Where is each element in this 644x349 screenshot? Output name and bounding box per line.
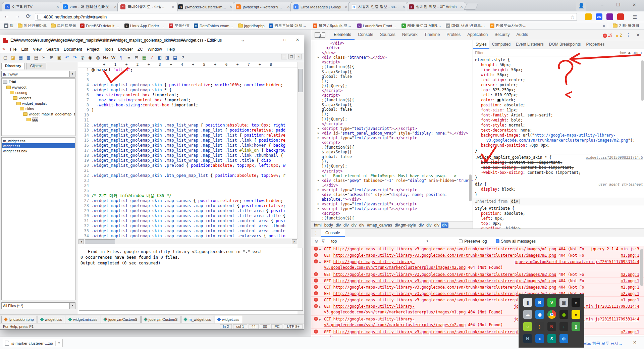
breadcrumb-item[interactable]: div [342,222,350,228]
scroll-right-arrow[interactable]: ► [292,239,297,244]
url-text[interactable]: 4880.net/index.php?mid=travelin [44,14,570,19]
request-url-link[interactable]: http://google-maps-utility-library-v3.go… [333,279,556,283]
save-icon[interactable]: ▦ [17,54,24,61]
expand-arrow-icon[interactable]: ▶ [318,188,319,192]
browser-tab-3[interactable]: *국내여행지도 - 수성이야✕ [117,2,178,11]
dom-line[interactable]: global: false [311,74,473,79]
style-property[interactable]: left: 810.997px; [475,93,643,98]
file-item[interactable]: m_widget.css [2,138,75,143]
browser-tab-4[interactable]: Gjs-marker-clusterer/image✕ [175,2,235,11]
style-property[interactable]: position: absolute; [475,211,643,216]
style-property[interactable]: color: black; [475,98,643,103]
console-error-row-4[interactable]: ✕GET http://google-maps-utility-library-… [311,271,644,278]
style-property[interactable]: left: 0px; [475,216,643,221]
console-error-row-3[interactable]: ✕▶GET http://google-maps-utility-library… [311,258,644,271]
print-icon[interactable]: ▤ [33,54,40,61]
style-property[interactable]: font-weight: bold; [475,118,643,123]
dom-line[interactable]: }); [311,79,473,84]
browser-tab-6[interactable]: EError Messages | Googl✕ [290,2,351,11]
split-vertical-icon[interactable]: ◨ [164,54,171,61]
source-location-link[interactable]: m2.png:1 [621,291,639,297]
tab-close-icon[interactable]: ✕ [228,5,233,9]
preserve-log-checkbox[interactable]: Preserve log [459,239,487,244]
bookmark-item-5[interactable]: LLinux App Finder | H [122,23,167,28]
dom-line[interactable]: global: false [311,154,473,159]
open-file-icon[interactable]: ◪ [9,54,17,61]
dom-line[interactable]: ▶<script type="text/javascript">…</scrip… [311,202,473,206]
style-property[interactable]: line-height: 56px; [475,67,643,72]
blue-messenger-icon[interactable]: ● [535,334,544,343]
tree-item-widgetmaplistgoolemapskin[interactable]: widget_maplist_goolemap_skin [2,111,75,117]
sidebar-tab-computed[interactable]: Computed [489,40,513,49]
menu-document[interactable]: Document [61,47,85,52]
copy-icon[interactable]: ⊞ [48,54,55,61]
tab-close-icon[interactable]: ✕ [171,5,175,9]
dom-line[interactable]: })(jQuery); [311,84,473,88]
bookmark-item-2[interactable]: 이선민북마크 [16,23,49,28]
style-property[interactable]: text-decoration: none; [475,128,643,133]
paste-icon[interactable]: ▣ [56,54,63,61]
style-property[interactable]: width: 56px; [475,72,643,78]
other-bookmarks-folder[interactable]: 기타 북마크 [611,23,641,28]
dom-line[interactable]: </script> [311,121,473,126]
dom-line[interactable]: <script> [311,140,473,145]
clipboard-icon[interactable]: ▣ [559,298,568,307]
spell-check-icon[interactable]: ✓ [148,54,156,61]
dom-line[interactable]: ▶<script type="text/javascript">…</scrip… [311,206,473,211]
dom-line[interactable]: }); [311,159,473,164]
undo-icon[interactable]: ↶ [63,54,71,61]
dom-line[interactable]: ;(function($){ [311,98,473,102]
expand-arrow-icon[interactable]: ▶ [318,202,319,206]
dom-line[interactable]: ▶<script type="text/javascript">…</scrip… [311,188,473,192]
elements-dom-tree[interactable]: </div></div></div>▶<div class="btnArea">… [311,40,473,221]
extension-red-icon[interactable] [617,13,624,20]
tree-item-susung[interactable]: susung [2,90,75,95]
bookmark-item-8[interactable]: jqgridforphp [236,24,267,28]
warning-count-badge[interactable]: ▲2 [615,32,622,38]
breadcrumb-item[interactable]: #map_canvas [366,222,393,228]
style-property[interactable]: background-image: url("http://google-map… [475,133,643,138]
new-tab-button[interactable] [464,3,478,10]
editplus-close-button[interactable]: ✕ [291,35,304,45]
dom-line[interactable]: …</div> [311,183,473,188]
green-v-monitor-icon[interactable]: V [547,298,556,307]
breadcrumb-item[interactable]: html [313,222,323,228]
doc-tab-3[interactable]: widget.min.css [66,316,100,323]
source-location-link[interactable]: jquery.mCustomScrollbar.concat.min.js?20… [514,259,639,265]
dom-line[interactable]: </script> [311,169,473,173]
request-url-link[interactable]: http://google-maps-utility-library-v3.go… [333,247,556,251]
drawer-menu-icon[interactable]: ⋮ [311,231,321,235]
console-filter-icon[interactable]: ∇ [322,239,325,244]
elements-scrollbar[interactable] [469,40,472,221]
html-toolbar-icon[interactable]: Hx [102,54,109,61]
tree-item-E[interactable]: E:₩ [2,79,75,85]
style-property[interactable]: top: 0px; [475,221,643,226]
dom-line[interactable]: ▶<script type="text/javascript">…</scrip… [311,136,473,140]
style-property[interactable]: font-size: 11px; [475,108,643,113]
cut-icon[interactable]: ✂ [40,54,48,61]
devtools-tab-timeline[interactable]: Timeline [421,30,443,40]
style-property[interactable]: box-sizing: content-box !important; [475,160,643,165]
doc-tab-5[interactable]: jquery.mCustomS [141,316,181,323]
back-icon[interactable]: ← [3,13,11,19]
expand-arrow-icon[interactable]: ▶ [318,136,319,140]
browser-tab-1[interactable]: A아프리카TV✕ [2,2,62,11]
code-editor[interactable]: ----+----1----+----2----+----3----+----4… [78,62,298,314]
usb-drive-icon[interactable]: ▮ [523,298,532,307]
dom-line[interactable]: ;(function($){ [311,216,473,220]
cloud-sync-icon[interactable]: ☁ [523,310,532,319]
dom-line[interactable]: ▶<div class="btnArea">…</div> [311,55,473,60]
stylesheet-url-link[interactable]: v3.googlecode.com/svn/trunk/markercluste… [486,138,628,143]
request-url-link[interactable]: http://google-maps-utility-library- [333,304,415,309]
breadcrumb-item[interactable]: body [323,222,334,228]
nvidia-settings-icon[interactable]: ◉ [559,310,568,319]
console-error-row-10[interactable]: ✕▶GET http://google-maps-utility-library… [311,316,644,329]
execution-context-select[interactable]: top▼ [331,239,429,244]
file-item[interactable]: widget.css [2,143,75,148]
bookmark-item-1[interactable]: ▦앱 [2,23,16,28]
dom-line[interactable]: }); [311,112,473,116]
dom-line[interactable]: ▶<div class="pswp" tabindex="-1" role="d… [311,178,473,183]
breadcrumb-item[interactable]: div [334,222,342,228]
editplus-minimize-button[interactable]: — [266,35,278,45]
expand-arrow-icon[interactable]: ▶ [319,259,321,265]
